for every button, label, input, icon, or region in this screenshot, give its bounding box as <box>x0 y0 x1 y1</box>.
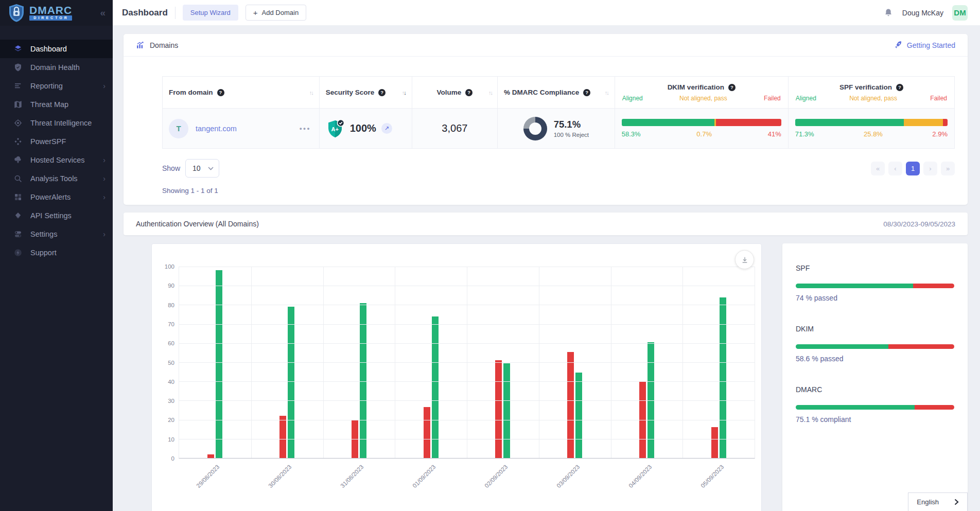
row-menu-icon[interactable]: ●●● <box>299 126 310 131</box>
v-gridline <box>539 267 539 458</box>
compliance-note: 100 % Reject <box>554 132 589 138</box>
setup-wizard-button[interactable]: Setup Wizard <box>183 5 238 21</box>
failed-segment <box>888 344 954 349</box>
help-icon[interactable]: ? <box>583 89 590 96</box>
col-from-domain[interactable]: From domain ? ↑↓ <box>163 77 320 109</box>
donut-hole <box>529 122 541 135</box>
bell-icon[interactable] <box>883 8 894 18</box>
sidebar-item-hosted-services[interactable]: Hosted Services › <box>0 151 113 169</box>
sort-icon[interactable]: ↑↓ <box>488 90 492 96</box>
sidebar-item-powerspf[interactable]: PowerSPF <box>0 132 113 151</box>
bar-failed <box>711 427 718 458</box>
chevron-down-icon <box>208 167 214 170</box>
domains-title: Domains <box>136 41 178 49</box>
next-page-button[interactable]: › <box>923 162 937 175</box>
sidebar-item-settings[interactable]: Settings › <box>0 225 113 243</box>
bar-failed <box>207 454 214 458</box>
user-avatar[interactable]: DM <box>952 5 968 21</box>
bar-passed <box>216 270 222 458</box>
cell-from-domain: T tangent.com ●●● <box>163 109 320 149</box>
target-icon <box>13 118 23 128</box>
col-dkim-verification: DKIM verification ? Aligned Not aligned,… <box>615 77 788 109</box>
getting-started-link[interactable]: Getting Started <box>894 41 955 49</box>
sidebar-item-label: Dashboard <box>30 45 67 53</box>
segment-aligned <box>795 119 904 126</box>
chevron-right-icon: › <box>103 193 106 201</box>
help-icon[interactable]: ? <box>896 84 903 91</box>
stat-label: DKIM <box>796 325 954 333</box>
bar-passed <box>360 303 366 458</box>
sidebar-item-label: Reporting <box>30 82 63 90</box>
sidebar-item-analysis-tools[interactable]: Analysis Tools › <box>0 169 113 188</box>
page-size-select[interactable]: 10 <box>185 159 219 178</box>
topbar: Dashboard Setup Wizard + Add Domain Doug… <box>113 0 980 25</box>
col-security-score[interactable]: Security Score ? ↑↓ <box>319 77 412 109</box>
sidebar-item-label: Hosted Services <box>30 156 85 164</box>
sidebar-item-api-settings[interactable]: API Settings <box>0 206 113 225</box>
sidebar-collapse-icon[interactable]: « <box>100 7 106 19</box>
help-icon[interactable]: ? <box>728 84 736 91</box>
sidebar: DMARC DIRECTOR « Dashboard Domain Health… <box>0 0 113 511</box>
stat-dkim: DKIM 58.6 % passed <box>796 325 954 363</box>
language-selector[interactable]: English <box>908 492 968 511</box>
map-icon <box>13 100 23 109</box>
add-domain-button[interactable]: + Add Domain <box>246 5 306 21</box>
y-axis: 1009080706050403020100 <box>160 267 179 459</box>
sidebar-item-reporting[interactable]: Reporting › <box>0 77 113 95</box>
bar-passed <box>720 297 726 458</box>
x-axis-label: 05/09/2023 <box>699 464 725 489</box>
prev-page-button[interactable]: ‹ <box>888 162 902 175</box>
x-axis-label: 01/09/2023 <box>411 464 436 489</box>
dmarc-progress-bar <box>796 405 954 410</box>
download-chart-button[interactable] <box>735 250 754 269</box>
y-axis-label: 20 <box>168 417 174 423</box>
sublabel-aligned: Aligned <box>796 95 816 102</box>
sidebar-item-domain-health[interactable]: Domain Health <box>0 58 113 77</box>
sidebar-item-threat-map[interactable]: Threat Map <box>0 95 113 114</box>
report-lines-icon <box>13 81 23 91</box>
layers-icon <box>13 44 23 54</box>
sidebar-item-label: API Settings <box>30 212 72 220</box>
topbar-right: Doug McKay DM <box>883 5 968 21</box>
sidebar-item-support[interactable]: Support <box>0 243 113 262</box>
segment-aligned <box>622 119 715 126</box>
col-volume[interactable]: Volume ? ↑↓ <box>412 77 497 109</box>
bar-failed <box>567 352 574 458</box>
chevron-right-icon: › <box>103 174 106 183</box>
getting-started-label: Getting Started <box>907 41 955 49</box>
help-icon[interactable]: ? <box>217 89 224 96</box>
sidebar-menu: Dashboard Domain Health Reporting › Thre… <box>0 26 113 262</box>
sidebar-item-dashboard[interactable]: Dashboard <box>0 40 113 58</box>
chevron-right-icon <box>954 499 959 505</box>
diamond-icon <box>13 211 23 220</box>
stat-label: SPF <box>796 264 954 272</box>
auth-overview-body: 1009080706050403020100 29/08/202330/08/2… <box>151 243 968 511</box>
brand-text: DMARC DIRECTOR <box>29 5 72 21</box>
v-gridline <box>611 267 611 458</box>
sidebar-item-threat-intelligence[interactable]: Threat Intelligence <box>0 114 113 132</box>
compliance-percent: 75.1% <box>554 119 589 130</box>
first-page-button[interactable]: « <box>871 162 885 175</box>
dkim-failed-value: 41% <box>768 130 781 138</box>
last-page-button[interactable]: » <box>941 162 955 175</box>
col-dmarc-compliance[interactable]: % DMARC Compliance ? ↑↓ <box>497 77 615 109</box>
sort-icon[interactable]: ↑↓ <box>309 90 313 96</box>
bar-failed <box>279 416 286 458</box>
divider <box>175 7 176 19</box>
open-score-icon[interactable]: ↗ <box>381 123 392 134</box>
date-range: 08/30/2023-09/05/2023 <box>883 220 955 228</box>
sidebar-item-label: PowerAlerts <box>30 193 71 201</box>
sort-icon[interactable]: ↑↓ <box>402 90 406 96</box>
sort-icon[interactable]: ↑↓ <box>605 90 608 96</box>
domain-avatar: T <box>169 119 188 138</box>
stat-spf: SPF 74 % passed <box>796 264 954 302</box>
sublabel-failed: Failed <box>930 95 947 102</box>
help-icon[interactable]: ? <box>465 89 472 96</box>
page-1-button[interactable]: 1 <box>906 162 920 175</box>
domain-link[interactable]: tangent.com <box>196 125 237 133</box>
spf-failed-value: 2.9% <box>932 130 948 138</box>
sidebar-item-poweralerts[interactable]: PowerAlerts › <box>0 188 113 206</box>
main-content: Domains Getting Started From domain ? ↑ <box>113 25 980 511</box>
chart-area: 1009080706050403020100 <box>160 267 755 459</box>
help-icon[interactable]: ? <box>378 89 386 96</box>
